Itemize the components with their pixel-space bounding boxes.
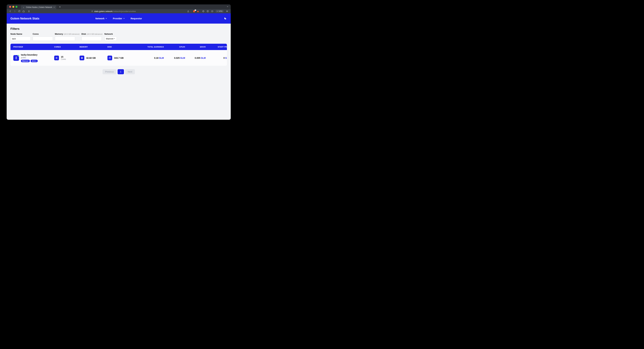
filter-node-name-input[interactable] xyxy=(10,36,31,41)
browser-tab[interactable]: g Online Nodes | Golem Network × xyxy=(21,5,56,9)
share-icon[interactable] xyxy=(187,10,189,12)
chevron-down-icon xyxy=(114,37,115,40)
table-header: PROVIDER CORES MEMORY DISK TOTAL EARNING… xyxy=(10,44,227,50)
filter-network: Network Mainnet xyxy=(104,33,117,41)
bookmark-icon[interactable] xyxy=(28,10,30,12)
extensions-icon[interactable] xyxy=(202,10,204,12)
nav-back-icon[interactable] xyxy=(9,10,12,12)
th-cpu-h[interactable]: CPU/H xyxy=(164,46,185,48)
memory-value: 42.82 GB xyxy=(86,57,96,59)
brand-title[interactable]: Golem Network Stats xyxy=(10,17,39,20)
provider-cell: tacky-boundary public Mainnet v0.2.1 xyxy=(13,53,54,62)
sidebar-icon[interactable] xyxy=(207,10,209,12)
filters-row: Node Name Cores Memory(±0.5 GB tolerance… xyxy=(10,33,227,41)
currency-label: GLM xyxy=(225,57,227,59)
page-body: Golem Network Stats Network Provider Req… xyxy=(7,13,231,120)
filter-memory-label: Memory(±0.5 GB tolerance) xyxy=(55,33,80,35)
filter-disk-label: Disk(±0.5 GB tolerance) xyxy=(82,33,102,35)
browser-toolbar: stats.golem.network/network/providers/on… xyxy=(7,9,231,13)
theme-toggle-button[interactable] xyxy=(224,17,227,20)
nav-requestor[interactable]: Requestor xyxy=(130,17,142,20)
th-disk[interactable]: DISK xyxy=(108,46,135,48)
traffic-lights xyxy=(9,6,18,8)
window-maximize-button[interactable] xyxy=(16,6,18,8)
th-memory[interactable]: MEMORY xyxy=(80,46,108,48)
env-h-cell: 0.005GLM xyxy=(185,57,206,59)
svg-rect-12 xyxy=(56,58,57,58)
page-number-button[interactable]: 1 xyxy=(118,69,124,74)
svg-rect-3 xyxy=(212,11,213,12)
cores-cell: 15 Cores xyxy=(54,55,80,60)
shield-count: 1 xyxy=(194,9,196,11)
filter-memory-sublabel: (±0.5 GB tolerance) xyxy=(64,33,80,35)
chevron-down-icon xyxy=(123,17,125,19)
vpn-pill[interactable]: VPN xyxy=(216,10,224,12)
tab-favicon-icon: g xyxy=(22,6,25,8)
window-close-button[interactable] xyxy=(9,6,11,8)
prev-page-button[interactable]: Previous xyxy=(102,69,116,74)
cores-sub: Cores xyxy=(61,58,66,60)
url-bar[interactable]: stats.golem.network/network/providers/on… xyxy=(26,10,200,12)
currency-label: GLM xyxy=(180,57,185,59)
svg-rect-0 xyxy=(92,11,92,12)
th-cores[interactable]: CORES xyxy=(54,46,80,48)
filter-disk-input[interactable] xyxy=(82,36,102,41)
th-total-earnings[interactable]: TOTAL EARNINGS xyxy=(135,46,164,48)
svg-point-13 xyxy=(109,57,110,58)
th-env-h[interactable]: ENV/H xyxy=(185,46,206,48)
page-content: Filters Node Name Cores Memory(±0.5 GB t… xyxy=(7,23,231,78)
nav-provider[interactable]: Provider xyxy=(113,17,125,20)
tabs-dropdown-icon[interactable] xyxy=(226,5,228,8)
filter-node-name: Node Name xyxy=(10,33,31,41)
disk-icon xyxy=(108,55,112,60)
th-provider[interactable]: PROVIDER xyxy=(13,46,54,48)
cpu-h-cell: 0.025GLM xyxy=(164,57,185,59)
tab-title: Online Nodes | Golem Network xyxy=(26,6,52,8)
chevron-down-icon xyxy=(106,17,107,19)
tab-close-icon[interactable]: × xyxy=(54,6,55,8)
shield-icon[interactable]: 1 xyxy=(193,10,195,12)
filter-cores-input[interactable] xyxy=(33,36,53,41)
wallet-icon[interactable] xyxy=(211,10,213,12)
provider-avatar-icon xyxy=(13,55,19,61)
warning-icon[interactable] xyxy=(197,10,199,12)
filter-node-name-label: Node Name xyxy=(10,33,31,35)
filter-disk-sublabel: (±0.5 GB tolerance) xyxy=(87,33,102,35)
reload-icon[interactable] xyxy=(18,10,20,12)
nav-requestor-label: Requestor xyxy=(130,17,142,20)
svg-point-9 xyxy=(16,58,17,59)
filter-disk: Disk(±0.5 GB tolerance) xyxy=(82,33,102,41)
filter-memory-input[interactable] xyxy=(55,36,75,41)
nav-forward-icon[interactable] xyxy=(14,10,16,12)
total-earnings-cell: 0.18GLM xyxy=(135,57,164,59)
svg-rect-1 xyxy=(207,10,208,12)
env-h-value: 0.005 xyxy=(195,57,200,59)
home-icon[interactable] xyxy=(22,10,25,12)
filter-network-label: Network xyxy=(104,33,117,35)
cpu-icon xyxy=(54,55,59,60)
table-row[interactable]: tacky-boundary public Mainnet v0.2.1 xyxy=(10,50,227,66)
badge-network: Mainnet xyxy=(21,60,30,62)
provider-subnet: public xyxy=(21,56,38,59)
next-page-button[interactable]: Next xyxy=(125,69,135,74)
menu-icon[interactable] xyxy=(226,10,228,12)
nav-network[interactable]: Network xyxy=(96,17,107,20)
browser-window: g Online Nodes | Golem Network × + xyxy=(7,4,231,120)
filters-title: Filters xyxy=(10,27,227,30)
filter-cores-label: Cores xyxy=(33,33,53,35)
window-minimize-button[interactable] xyxy=(12,6,14,8)
memory-cell: 42.82 GB xyxy=(80,55,108,60)
tab-bar: g Online Nodes | Golem Network × + xyxy=(7,4,231,9)
pagination: Previous 1 Next xyxy=(10,69,227,74)
filter-network-selected: Mainnet xyxy=(106,37,113,40)
url-path: /network/providers/online xyxy=(113,10,136,12)
vpn-label: VPN xyxy=(219,10,222,12)
th-start-price[interactable]: START PRICE xyxy=(206,46,227,48)
start-price-value: 0 xyxy=(224,57,225,59)
new-tab-button[interactable]: + xyxy=(59,5,60,8)
total-earnings-value: 0.18 xyxy=(154,57,158,59)
site-header: Golem Network Stats Network Provider Req… xyxy=(7,13,231,23)
filter-network-select[interactable]: Mainnet xyxy=(104,36,117,41)
svg-point-8 xyxy=(16,56,17,57)
badge-version: v0.2.1 xyxy=(30,60,38,62)
